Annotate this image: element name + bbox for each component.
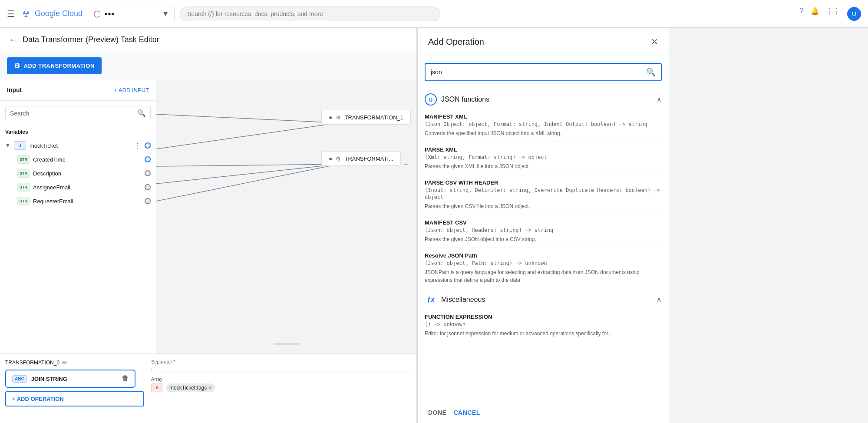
op-parse-csv[interactable]: PARSE CSV WITH HEADER (Input: string, De… <box>425 175 662 215</box>
op-description: JSONPath is a query language for selecti… <box>425 268 662 284</box>
search-operation-box: 🔍 <box>425 63 662 81</box>
op-description: Parses the given CSV file into a JSON ob… <box>425 202 662 210</box>
op-resolve-json-path[interactable]: Resolve JSON Path (Json: object, Path: s… <box>425 248 662 288</box>
svg-point-2 <box>26 13 29 16</box>
variable-name-createdtime: CreatedTime <box>33 156 141 163</box>
delete-icon[interactable]: 🗑 <box>122 375 129 383</box>
node-label-1: TRANSFORMATION_1 <box>344 114 403 121</box>
search-operation-input[interactable] <box>431 69 643 76</box>
variables-search-box: 🔍 <box>5 106 151 120</box>
separator-field: Separator * , <box>151 359 411 373</box>
transformation-label: TRANSFORMATION_0 ✏ <box>5 359 144 366</box>
op-description: Parses the given XML file into a JSON ob… <box>425 162 662 170</box>
variable-name-assigneeemail: AssigneeEmail <box>33 184 141 191</box>
app-body: ← Data Transformer (Preview) Task Editor… <box>0 28 868 423</box>
op-name: FUNCTION EXPRESSION <box>425 314 662 320</box>
misc-collapse-icon: ∧ <box>657 295 662 304</box>
google-cloud-logo: Google Cloud <box>20 8 83 20</box>
nav-icons: ? 🔔 ⋮⋮ U <box>800 7 861 21</box>
variable-item-description[interactable]: STR Description <box>0 166 156 180</box>
op-signature: (Json Object: object, Format: string, In… <box>425 121 662 128</box>
variables-search-input[interactable] <box>10 110 134 117</box>
variable-badge-str: STR <box>17 197 30 205</box>
svg-point-1 <box>25 10 27 13</box>
tag-chip[interactable]: mockTicket.tags × <box>166 383 215 392</box>
node-gear-icon: ⚙ <box>336 114 341 121</box>
variable-menu-icon[interactable]: ⋮ <box>134 142 141 150</box>
op-manifest-csv[interactable]: MANIFEST CSV (Json: object, Headers: str… <box>425 215 662 248</box>
misc-section-header[interactable]: ƒx Miscellaneous ∧ <box>425 288 662 309</box>
canvas-graph: ● ⚙ TRANSFORMATION_1 ● ⚙ TRANSFORMATI... <box>156 79 416 354</box>
node-gear-icon: ⚙ <box>336 155 341 162</box>
top-nav: ☰ Google Cloud ⬡ ●●● ▼ ? 🔔 ⋮⋮ U <box>0 0 868 28</box>
project-name: ●●● <box>104 10 115 17</box>
variable-connector-dot <box>145 156 151 162</box>
add-transformation-button[interactable]: ⚙ ADD TRANSFORMATION <box>7 57 102 74</box>
array-label: Array <box>151 377 411 382</box>
operations-list: {} JSON functions ∧ MANIFEST XML (Json O… <box>418 88 669 402</box>
op-name: MANIFEST XML <box>425 113 662 120</box>
variable-name-mockticket: mockTicket <box>30 142 131 149</box>
transformation-node-2[interactable]: ● ⚙ TRANSFORMATI... <box>321 151 401 166</box>
op-signature: (Json: object, Headers: string) => strin… <box>425 227 662 234</box>
search-operation-icon[interactable]: 🔍 <box>646 67 656 77</box>
global-search-input[interactable] <box>180 7 440 21</box>
right-panel: Add Operation ✕ 🔍 {} JSON functions ∧ MA… <box>417 28 669 423</box>
add-input-button[interactable]: + ADD INPUT <box>114 87 149 93</box>
add-operation-button[interactable]: + ADD OPERATION <box>5 391 144 406</box>
project-selector[interactable]: ⬡ ●●● ▼ <box>88 6 175 22</box>
op-name: Resolve JSON Path <box>425 252 662 259</box>
operation-card[interactable]: ABC JOIN STRING 🗑 <box>5 370 135 388</box>
variable-connector-dot <box>145 170 151 176</box>
svg-line-6 <box>156 164 339 166</box>
task-header: ← Data Transformer (Preview) Task Editor <box>0 28 416 52</box>
variable-item-mockticket[interactable]: ▼ J mockTicket ⋮ <box>0 139 156 152</box>
expand-arrow-icon: ▼ <box>5 142 10 149</box>
variable-badge-str: STR <box>17 169 30 178</box>
right-panel-title: Add Operation <box>428 37 484 47</box>
variables-section-title: Variables <box>0 126 156 139</box>
help-icon[interactable]: ? <box>800 7 804 21</box>
op-description: Converts the specified input JSON object… <box>425 129 662 137</box>
done-button[interactable]: DONE <box>428 409 446 416</box>
notifications-icon[interactable]: 🔔 <box>811 7 819 21</box>
misc-operations: FUNCTION EXPRESSION () => unknown Editor… <box>425 309 662 342</box>
svg-line-5 <box>156 123 339 149</box>
misc-section-title: Miscellaneous <box>441 296 485 304</box>
page-title: Data Transformer (Preview) Task Editor <box>23 35 159 44</box>
back-button[interactable]: ← <box>9 35 17 45</box>
close-button[interactable]: ✕ <box>651 36 658 47</box>
svg-line-4 <box>156 114 339 123</box>
op-parse-xml[interactable]: PARSE XML (Xml: string, Format: string) … <box>425 142 662 175</box>
hamburger-icon[interactable]: ☰ <box>7 9 15 19</box>
variable-item-assigneeemail[interactable]: STR AssigneeEmail <box>0 180 156 194</box>
scrollbar-indicator <box>274 343 300 345</box>
variable-item-requesteremail[interactable]: STR RequesterEmail <box>0 194 156 208</box>
svg-line-8 <box>156 164 339 201</box>
input-section-title: Input <box>7 86 22 93</box>
account-icon[interactable]: U <box>847 7 861 21</box>
cancel-button[interactable]: CANCEL <box>453 409 480 416</box>
section-header-left: {} JSON functions <box>425 93 489 106</box>
apps-icon[interactable]: ⋮⋮ <box>826 7 840 21</box>
json-functions-section-header[interactable]: {} JSON functions ∧ <box>425 88 662 109</box>
toolbar: ⚙ ADD TRANSFORMATION <box>0 52 416 79</box>
variables-header: Input + ADD INPUT <box>0 79 156 101</box>
tag-remove-icon[interactable]: × <box>208 384 212 391</box>
transformation-node-1[interactable]: ● ⚙ TRANSFORMATION_1 <box>321 110 411 125</box>
transformation-label-text: TRANSFORMATION_0 <box>5 360 59 366</box>
op-manifest-xml[interactable]: MANIFEST XML (Json Object: object, Forma… <box>425 109 662 142</box>
variables-search-icon: 🔍 <box>137 109 146 117</box>
project-chevron-icon: ▼ <box>162 10 169 18</box>
op-description: Parses the given JSON object into a CSV … <box>425 235 662 243</box>
json-section-icon: {} <box>425 93 437 106</box>
separator-value[interactable]: , <box>151 364 411 373</box>
variable-badge-j: J <box>14 141 26 150</box>
op-signature: () => unknown <box>425 321 662 328</box>
op-function-expression[interactable]: FUNCTION EXPRESSION () => unknown Editor… <box>425 309 662 342</box>
variable-item-createdtime[interactable]: STR CreatedTime <box>0 152 156 166</box>
variable-connector-dot <box>145 184 151 190</box>
variable-name-requesteremail: RequesterEmail <box>33 198 141 205</box>
variable-connector-dot <box>145 142 151 149</box>
edit-icon[interactable]: ✏ <box>62 359 67 366</box>
